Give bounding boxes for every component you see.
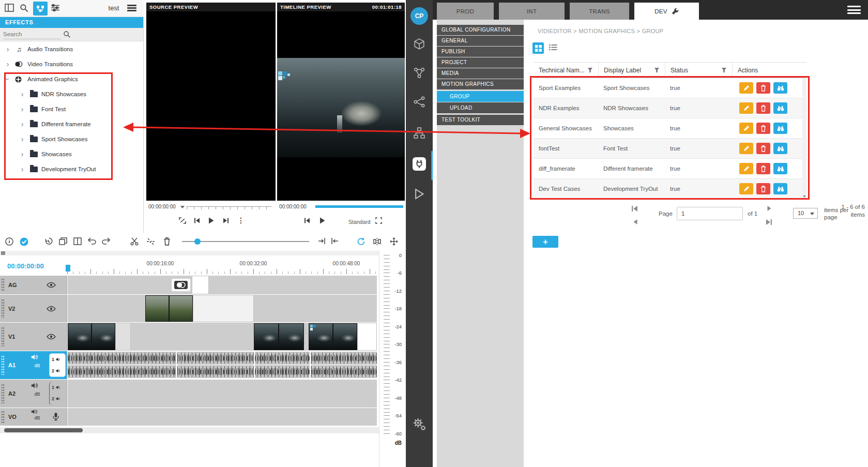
transition-clip[interactable] xyxy=(171,278,191,292)
prev-page-icon[interactable] xyxy=(632,219,638,225)
undo-icon[interactable] xyxy=(88,237,96,245)
chevron-right-icon[interactable]: › xyxy=(20,92,25,97)
nav-item-project[interactable]: PROJECT xyxy=(437,57,524,68)
chevron-right-icon[interactable]: › xyxy=(5,62,10,67)
delete-button[interactable] xyxy=(756,143,770,154)
track-ag-body[interactable] xyxy=(68,276,379,294)
timeline-ruler[interactable]: 00:00:00:00 00:00:16:00 00:00:32:00 00:0… xyxy=(0,258,379,276)
delete-button[interactable] xyxy=(756,183,770,194)
track-drag-handle[interactable] xyxy=(1,355,5,375)
next-page-icon[interactable] xyxy=(767,205,772,212)
delete-button[interactable] xyxy=(756,82,770,94)
nav-item-general[interactable]: GENERAL xyxy=(437,36,524,46)
integrations-plug-icon[interactable] xyxy=(413,157,426,171)
filter-funnel-icon[interactable] xyxy=(721,67,727,73)
timeline-preview-video[interactable] xyxy=(277,11,405,201)
chevron-right-icon[interactable]: › xyxy=(20,167,25,172)
nav-item-upload[interactable]: UPLOAD xyxy=(437,102,524,113)
track-a1-body[interactable] xyxy=(68,351,379,379)
column-header-status[interactable]: Status xyxy=(665,63,732,78)
panel-menu-icon[interactable] xyxy=(127,5,136,12)
search-icon[interactable] xyxy=(20,4,28,12)
delete-button[interactable] xyxy=(756,123,770,134)
timeline-zoom-slider[interactable] xyxy=(182,241,309,242)
tree-item-showcases[interactable]: › Showcases xyxy=(0,147,143,161)
split-view-icon[interactable] xyxy=(73,237,82,245)
page-number-input[interactable] xyxy=(677,207,743,220)
last-page-icon[interactable] xyxy=(766,219,772,225)
track-ag-header[interactable]: AG xyxy=(0,276,67,294)
trim-in-icon[interactable] xyxy=(317,237,326,245)
player-icon[interactable] xyxy=(414,188,424,200)
track-a2-header[interactable]: A2 dB 1 2 xyxy=(0,380,67,408)
play-icon[interactable] xyxy=(319,217,325,224)
video-clip-thumbnail[interactable] xyxy=(92,323,115,350)
chevron-down-icon[interactable]: › xyxy=(5,77,10,82)
play-icon[interactable] xyxy=(208,217,214,224)
unlink-icon[interactable] xyxy=(146,237,155,246)
search-icon[interactable] xyxy=(63,31,71,38)
track-a1-header[interactable]: A1 dB 1 2 xyxy=(0,351,67,379)
track-drag-handle[interactable] xyxy=(1,278,5,291)
video-clip-thumbnail[interactable] xyxy=(169,295,193,322)
filter-funnel-icon[interactable] xyxy=(654,67,660,73)
redo-icon[interactable] xyxy=(102,237,110,245)
speaker-icon[interactable] xyxy=(31,383,43,388)
prev-frame-icon[interactable] xyxy=(194,217,200,224)
settings-gears-icon[interactable] xyxy=(412,417,427,431)
nav-item-global-configuration[interactable]: GLOBAL CONFIGURATION xyxy=(437,25,524,35)
table-row[interactable]: General Showcases Showcases true xyxy=(534,118,806,139)
chevron-right-icon[interactable]: › xyxy=(20,152,25,157)
trim-out-icon[interactable] xyxy=(331,237,339,245)
track-v2-body[interactable] xyxy=(68,295,379,322)
chevron-right-icon[interactable]: › xyxy=(20,122,25,127)
search-input[interactable] xyxy=(3,29,61,39)
track-v1-body[interactable] xyxy=(68,323,379,351)
loop-icon[interactable] xyxy=(357,237,366,246)
env-tab-dev[interactable]: DEV xyxy=(634,3,699,20)
audio-channel-panel[interactable]: 1 2 xyxy=(49,382,66,405)
duplicate-clip-icon[interactable] xyxy=(59,237,67,245)
scrollbar-handle[interactable] xyxy=(4,428,83,432)
nav-item-group[interactable]: GROUP xyxy=(437,91,524,102)
filter-funnel-icon[interactable] xyxy=(587,67,593,73)
column-header-technical-name[interactable]: Technical Nam... xyxy=(534,63,598,78)
tree-item-ndr-showcases[interactable]: › NDR Showcases xyxy=(0,87,143,101)
microphone-icon[interactable] xyxy=(53,412,59,421)
env-tab-trans[interactable]: TRANS xyxy=(570,3,629,20)
kebab-menu-icon[interactable]: ⋮ xyxy=(237,216,245,224)
video-clip-thumbnail[interactable] xyxy=(68,323,92,350)
next-frame-icon[interactable] xyxy=(223,217,229,224)
first-page-icon[interactable] xyxy=(631,205,638,212)
video-clip-thumbnail[interactable] xyxy=(309,323,333,350)
razor-icon[interactable] xyxy=(373,237,381,246)
layout-panels-icon[interactable] xyxy=(5,4,14,12)
table-vertical-scrollbar[interactable] xyxy=(802,78,806,198)
preview-button[interactable] xyxy=(773,102,787,114)
speaker-icon[interactable] xyxy=(31,409,43,414)
delete-button[interactable] xyxy=(756,102,770,114)
preview-button[interactable] xyxy=(773,163,787,174)
chevron-right-icon[interactable]: › xyxy=(20,107,25,112)
preview-button[interactable] xyxy=(773,143,787,154)
env-tab-prod[interactable]: PROD xyxy=(437,3,494,20)
playhead-marker[interactable] xyxy=(66,265,70,272)
tree-item-video-transitions[interactable]: › Video Transitions xyxy=(0,57,143,71)
user-avatar[interactable]: CP xyxy=(410,7,428,25)
mark-in-out-icon[interactable] xyxy=(179,217,186,224)
list-view-toggle[interactable] xyxy=(549,44,557,51)
nav-item-test-toolkit[interactable]: TEST TOOLKIT xyxy=(437,115,524,125)
history-icon[interactable] xyxy=(44,237,53,246)
edit-button[interactable] xyxy=(739,163,753,174)
preview-button[interactable] xyxy=(773,82,787,94)
zoom-slider-handle[interactable] xyxy=(194,238,201,245)
admin-menu-icon[interactable] xyxy=(847,6,861,14)
edit-button[interactable] xyxy=(739,82,753,94)
audio-waveform-clip[interactable] xyxy=(68,352,377,365)
table-row[interactable]: fontTest Font Test true xyxy=(534,139,806,159)
track-vo-header[interactable]: VO dB xyxy=(0,408,67,426)
tree-item-sport-showcases[interactable]: › Sport Showcases xyxy=(0,132,143,146)
track-drag-handle[interactable] xyxy=(1,327,5,347)
visibility-eye-icon[interactable] xyxy=(47,306,56,312)
source-preview-video[interactable] xyxy=(146,11,276,201)
